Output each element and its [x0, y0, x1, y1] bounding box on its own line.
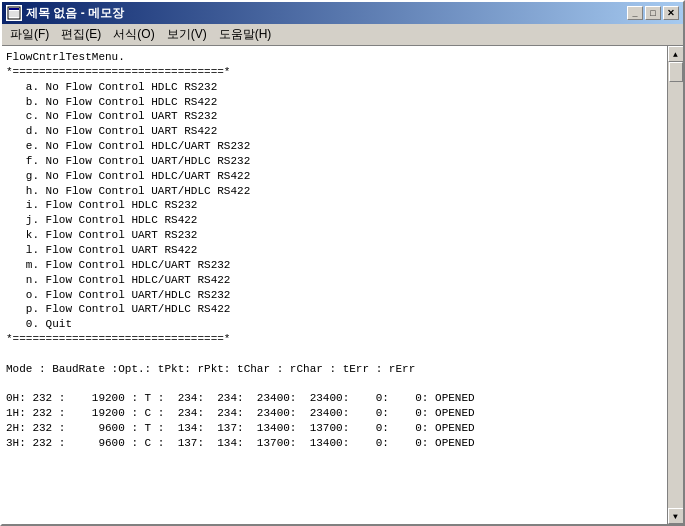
- close-button[interactable]: ✕: [663, 6, 679, 20]
- menu-help[interactable]: 도움말(H): [213, 24, 278, 45]
- window: 제목 없음 - 메모장 _ □ ✕ 파일(F) 편집(E) 서식(O) 보기(V…: [0, 0, 685, 526]
- scroll-track[interactable]: [668, 62, 684, 508]
- scroll-up-button[interactable]: ▲: [668, 46, 684, 62]
- text-editor[interactable]: FlowCntrlTestMenu. *====================…: [2, 46, 667, 524]
- menu-view[interactable]: 보기(V): [161, 24, 213, 45]
- menu-bar: 파일(F) 편집(E) 서식(O) 보기(V) 도움말(H): [2, 24, 683, 46]
- window-controls: _ □ ✕: [627, 6, 679, 20]
- window-title: 제목 없음 - 메모장: [26, 5, 627, 22]
- menu-format[interactable]: 서식(O): [107, 24, 160, 45]
- content-area: FlowCntrlTestMenu. *====================…: [2, 46, 683, 524]
- minimize-button[interactable]: _: [627, 6, 643, 20]
- svg-rect-1: [9, 8, 19, 10]
- title-bar: 제목 없음 - 메모장 _ □ ✕: [2, 2, 683, 24]
- scroll-thumb[interactable]: [669, 62, 683, 82]
- app-icon: [6, 5, 22, 21]
- vertical-scrollbar: ▲ ▼: [667, 46, 683, 524]
- menu-edit[interactable]: 편집(E): [55, 24, 107, 45]
- maximize-button[interactable]: □: [645, 6, 661, 20]
- scroll-down-button[interactable]: ▼: [668, 508, 684, 524]
- menu-file[interactable]: 파일(F): [4, 24, 55, 45]
